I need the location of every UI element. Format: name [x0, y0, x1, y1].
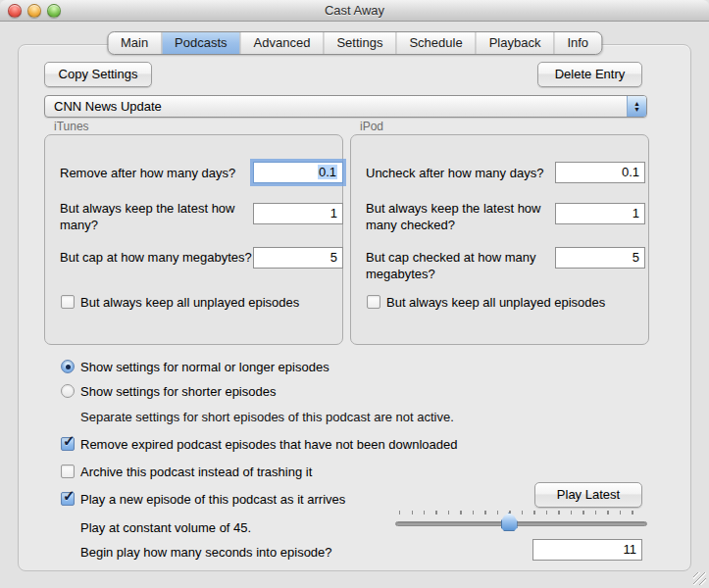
begin-play-label: Begin play how many seconds into episode…	[80, 545, 332, 560]
tab-schedule[interactable]: Schedule	[395, 32, 475, 54]
ipod-cap-megabytes-field[interactable]: 5	[555, 247, 645, 269]
slider-track[interactable]	[395, 521, 647, 526]
window-title: Cast Away	[0, 3, 709, 18]
remove-expired-checkbox[interactable]: ✓	[61, 437, 75, 451]
remove-expired-label: Remove expired podcast episodes that hav…	[80, 437, 458, 453]
checkmark-icon: ✓	[63, 487, 76, 505]
selected-text: 0.1	[318, 165, 337, 179]
remove-expired-row: ✓ Remove expired podcast episodes that h…	[61, 437, 458, 453]
normal-episodes-radio[interactable]	[61, 360, 75, 373]
archive-podcast-row: Archive this podcast instead of trashing…	[61, 465, 312, 480]
tab-playback[interactable]: Playback	[476, 32, 554, 54]
ipod-keep-unplayed-checkbox[interactable]	[367, 295, 380, 309]
title-bar: Cast Away	[0, 0, 709, 22]
delete-entry-button[interactable]: Delete Entry	[537, 62, 642, 87]
chevron-down-icon: ▼	[633, 107, 640, 113]
ipod-keep-latest-field[interactable]: 1	[555, 203, 645, 224]
ipod-uncheck-days-label: Uncheck after how many days?	[366, 165, 562, 181]
itunes-keep-latest-field[interactable]: 1	[253, 203, 343, 224]
ipod-keep-latest-label: But always keep the latest how many chec…	[366, 200, 562, 233]
tab-main[interactable]: Main	[108, 32, 161, 54]
itunes-keep-latest-label: But always keep the latest how many?	[60, 200, 256, 233]
tab-bar: Main Podcasts Advanced Settings Schedule…	[107, 31, 602, 55]
play-latest-button[interactable]: Play Latest	[534, 482, 642, 508]
stepper-icon[interactable]: ▲ ▼	[627, 96, 646, 117]
itunes-remove-days-field[interactable]: 0.1	[253, 162, 343, 183]
normal-episodes-label: Show settings for normal or longer episo…	[80, 360, 329, 375]
itunes-keep-unplayed-row: But always keep all unplayed episodes	[61, 295, 299, 311]
shorter-episodes-radio[interactable]	[61, 384, 75, 398]
tab-advanced[interactable]: Advanced	[240, 32, 324, 54]
ipod-uncheck-days-field[interactable]: 0.1	[555, 162, 645, 183]
begin-play-field[interactable]: 11	[532, 539, 642, 561]
ipod-keep-unplayed-row: But always keep all unplayed episodes	[367, 295, 605, 311]
copy-settings-button[interactable]: Copy Settings	[44, 62, 152, 87]
volume-slider[interactable]	[395, 511, 647, 532]
app-window: Cast Away Main Podcasts Advanced Setting…	[0, 0, 709, 588]
podcast-select-value: CNN News Update	[54, 99, 162, 114]
tab-info[interactable]: Info	[553, 32, 601, 54]
volume-slider-thumb[interactable]	[501, 513, 518, 531]
itunes-keep-unplayed-checkbox[interactable]	[61, 295, 75, 309]
volume-label: Play at constant volume of 45.	[80, 520, 251, 535]
shorter-episodes-label: Show settings for shorter episodes	[80, 384, 276, 400]
normal-episodes-radio-row: Show settings for normal or longer episo…	[61, 360, 329, 375]
tab-settings[interactable]: Settings	[323, 32, 395, 54]
play-new-episode-label: Play a new episode of this podcast as it…	[80, 492, 345, 508]
resize-grip-icon[interactable]	[693, 572, 706, 585]
checkmark-icon: ✓	[63, 432, 76, 450]
ipod-group-label: iPod	[360, 120, 383, 133]
tab-podcasts[interactable]: Podcasts	[161, 32, 239, 54]
itunes-cap-megabytes-label: But cap at how many megabytes?	[60, 249, 256, 266]
archive-podcast-label: Archive this podcast instead of trashing…	[80, 465, 312, 480]
itunes-group-label: iTunes	[54, 120, 89, 133]
podcast-select[interactable]: CNN News Update ▲ ▼	[44, 95, 647, 118]
itunes-remove-days-label: Remove after how many days?	[60, 165, 256, 181]
play-new-episode-row: ✓ Play a new episode of this podcast as …	[61, 492, 345, 508]
ipod-keep-unplayed-label: But always keep all unplayed episodes	[386, 295, 605, 311]
itunes-groupbox: Remove after how many days? 0.1 But alwa…	[44, 134, 343, 345]
archive-podcast-checkbox[interactable]	[61, 465, 75, 478]
shorter-episodes-radio-row: Show settings for shorter episodes	[61, 384, 276, 400]
ipod-groupbox: Uncheck after how many days? 0.1 But alw…	[350, 134, 649, 345]
short-episodes-note: Separate settings for short episodes of …	[80, 410, 454, 424]
itunes-keep-unplayed-label: But always keep all unplayed episodes	[80, 295, 299, 311]
slider-ticks	[399, 511, 643, 514]
ipod-cap-megabytes-label: But cap checked at how many megabytes?	[366, 249, 562, 282]
play-new-episode-checkbox[interactable]: ✓	[61, 492, 75, 506]
itunes-cap-megabytes-field[interactable]: 5	[253, 247, 343, 269]
